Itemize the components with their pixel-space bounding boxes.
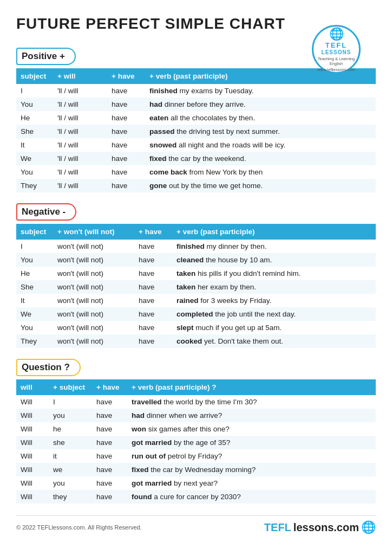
q-verb: found a cure for cancer by 2030?: [127, 490, 376, 504]
pos-subject: You: [16, 98, 53, 111]
q-header-verb: + verb (past participle) ?: [127, 379, 376, 395]
q-will: Will: [16, 422, 49, 436]
pos-subject: We: [16, 152, 53, 165]
pos-have: have: [107, 165, 145, 179]
q-verb: got married by next year?: [127, 476, 376, 490]
neg-wont: won't (will not): [53, 294, 134, 307]
q-subject: they: [49, 490, 92, 504]
q-have: have: [92, 449, 127, 463]
q-subject: we: [49, 463, 92, 476]
pos-have: have: [107, 84, 145, 98]
globe-icon: 🌐: [329, 27, 344, 41]
q-header-have: + have: [92, 379, 127, 395]
pos-will: 'll / will: [53, 125, 107, 138]
table-row: Will we have fixed the car by Wednesday …: [16, 463, 376, 476]
table-row: You 'll / will have come back from New Y…: [16, 165, 376, 179]
neg-have: have: [134, 267, 172, 280]
table-row: Will she have got married by the age of …: [16, 436, 376, 449]
pos-will: 'll / will: [53, 98, 107, 111]
logo-tefl: TEFL: [325, 41, 348, 49]
pos-header-have: + have: [107, 68, 145, 84]
table-row: I 'll / will have finished my exams by T…: [16, 84, 376, 98]
pos-have: have: [107, 111, 145, 125]
q-verb: travelled the world by the time I'm 30?: [127, 395, 376, 409]
pos-subject: You: [16, 165, 53, 179]
pos-subject: It: [16, 138, 53, 152]
q-header-will: will: [16, 379, 49, 395]
pos-header-subject: subject: [16, 68, 53, 84]
pos-verb: snowed all night and the roads will be i…: [145, 138, 376, 152]
neg-subject: I: [16, 240, 53, 253]
neg-verb: cleaned the house by 10 am.: [172, 253, 376, 267]
footer-logo: TEFLlessons.com 🌐: [264, 520, 376, 534]
q-subject: she: [49, 436, 92, 449]
pos-will: 'll / will: [53, 152, 107, 165]
table-row: You 'll / will have had dinner before th…: [16, 98, 376, 111]
neg-subject: We: [16, 307, 53, 321]
neg-wont: won't (will not): [53, 267, 134, 280]
neg-subject: She: [16, 280, 53, 294]
q-have: have: [92, 490, 127, 504]
pos-verb: gone out by the time we get home.: [145, 179, 376, 192]
neg-have: have: [134, 307, 172, 321]
table-row: Will he have won six games after this on…: [16, 422, 376, 436]
pos-verb: come back from New York by then: [145, 165, 376, 179]
neg-header-verb: + verb (past participle): [172, 224, 376, 240]
neg-verb: cooked yet. Don't take them out.: [172, 334, 376, 348]
logo: 🌐 TEFL LESSONS Teaching & Learning Engli…: [312, 25, 361, 74]
table-row: They won't (will not) have cooked yet. D…: [16, 334, 376, 348]
q-subject: you: [49, 409, 92, 422]
neg-subject: They: [16, 334, 53, 348]
neg-subject: He: [16, 267, 53, 280]
negative-section-label: Negative -: [16, 203, 76, 221]
table-row: They 'll / will have gone out by the tim…: [16, 179, 376, 192]
pos-will: 'll / will: [53, 165, 107, 179]
pos-will: 'll / will: [53, 138, 107, 152]
neg-wont: won't (will not): [53, 280, 134, 294]
table-row: He won't (will not) have taken his pills…: [16, 267, 376, 280]
question-table: will + subject + have + verb (past parti…: [16, 379, 376, 504]
logo-lessons: LESSONS: [322, 49, 351, 55]
neg-subject: You: [16, 321, 53, 334]
table-row: She won't (will not) have taken her exam…: [16, 280, 376, 294]
neg-wont: won't (will not): [53, 240, 134, 253]
neg-verb: finished my dinner by then.: [172, 240, 376, 253]
q-will: Will: [16, 463, 49, 476]
neg-subject: It: [16, 294, 53, 307]
q-will: Will: [16, 436, 49, 449]
pos-have: have: [107, 98, 145, 111]
pos-verb: passed the driving test by next summer.: [145, 125, 376, 138]
q-subject: it: [49, 449, 92, 463]
neg-have: have: [134, 334, 172, 348]
q-have: have: [92, 422, 127, 436]
pos-have: have: [107, 138, 145, 152]
neg-wont: won't (will not): [53, 253, 134, 267]
pos-will: 'll / will: [53, 111, 107, 125]
q-have: have: [92, 476, 127, 490]
neg-verb: completed the job until the next day.: [172, 307, 376, 321]
pos-subject: They: [16, 179, 53, 192]
pos-have: have: [107, 125, 145, 138]
neg-verb: taken her exam by then.: [172, 280, 376, 294]
neg-header-have: + have: [134, 224, 172, 240]
table-row: You won't (will not) have cleaned the ho…: [16, 253, 376, 267]
neg-wont: won't (will not): [53, 334, 134, 348]
neg-have: have: [134, 253, 172, 267]
q-have: have: [92, 463, 127, 476]
positive-table: subject + will + have + verb (past parti…: [16, 68, 376, 192]
q-will: Will: [16, 490, 49, 504]
neg-subject: You: [16, 253, 53, 267]
q-will: Will: [16, 476, 49, 490]
neg-have: have: [134, 321, 172, 334]
q-subject: you: [49, 476, 92, 490]
table-row: He 'll / will have eaten all the chocola…: [16, 111, 376, 125]
neg-header-subject: subject: [16, 224, 53, 240]
table-row: It won't (will not) have rained for 3 we…: [16, 294, 376, 307]
table-row: I won't (will not) have finished my dinn…: [16, 240, 376, 253]
pos-will: 'll / will: [53, 84, 107, 98]
neg-verb: rained for 3 weeks by Friday.: [172, 294, 376, 307]
table-row: You won't (will not) have slept much if …: [16, 321, 376, 334]
neg-wont: won't (will not): [53, 307, 134, 321]
pos-subject: I: [16, 84, 53, 98]
logo-website: www.tefllessons.com: [317, 67, 355, 72]
